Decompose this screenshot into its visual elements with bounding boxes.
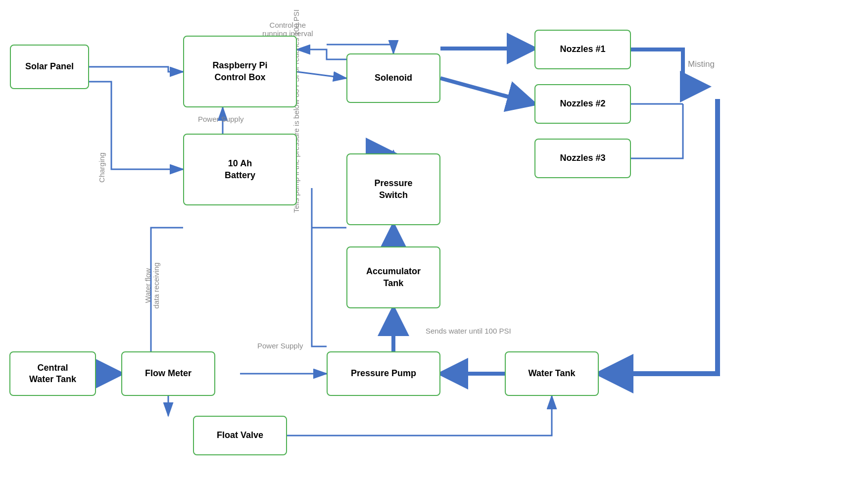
flow-meter-box: Flow Meter: [121, 351, 215, 396]
pressure-switch-box: PressureSwitch: [346, 153, 440, 225]
water-flow-label: Water flowdata receiving: [144, 262, 160, 308]
water-tank-box: Water Tank: [505, 351, 599, 396]
sends-water-label: Sends water until 100 PSI: [426, 327, 511, 335]
power-supply-bottom-label: Power Supply: [257, 342, 303, 350]
diagram: Solar Panel Raspberry PiControl Box 10 A…: [0, 0, 868, 488]
nozzles-2-box: Nozzles #2: [534, 84, 631, 124]
nozzles-3-box: Nozzles #3: [534, 139, 631, 178]
raspberry-pi-box: Raspberry PiControl Box: [183, 36, 297, 107]
battery-box: 10 AhBattery: [183, 134, 297, 205]
float-valve-box: Float Valve: [193, 416, 287, 455]
solenoid-box: Solenoid: [346, 53, 440, 103]
accumulator-box: AccumulatorTank: [346, 246, 440, 308]
control-interval-label: Control therunning interval: [262, 21, 313, 38]
power-supply-top-label: Power Supply: [198, 115, 244, 123]
pressure-pump-box: Pressure Pump: [327, 351, 440, 396]
central-water-tank-box: CentralWater Tank: [9, 351, 96, 396]
misting-label: Misting: [688, 59, 715, 69]
charging-label: Charging: [97, 152, 106, 183]
nozzles-1-box: Nozzles #1: [534, 30, 631, 69]
solar-panel-box: Solar Panel: [10, 45, 89, 89]
